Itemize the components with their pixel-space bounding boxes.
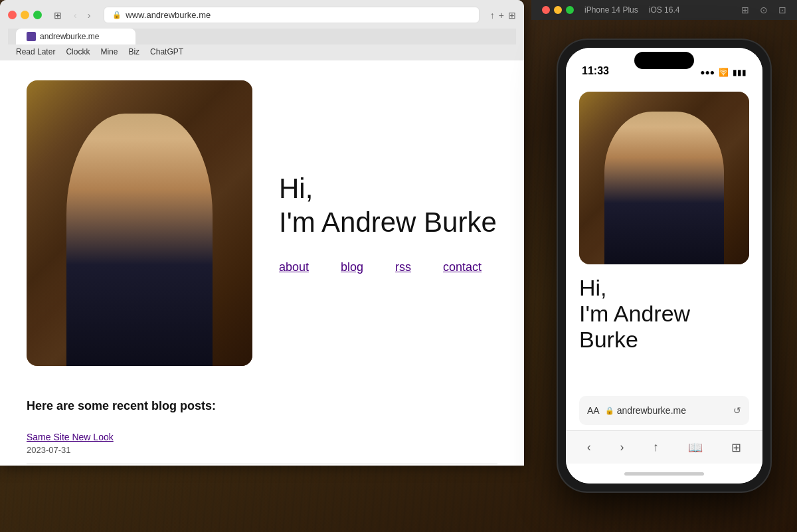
close-button[interactable]: [8, 11, 17, 19]
hero-photo: [27, 80, 252, 366]
hero-text: Hi, I'm Andrew Burke about blog rss cont…: [279, 172, 497, 274]
phone-header-actions: ⊞ ⊙ ⊡: [741, 5, 786, 15]
phone-url-text: andrewburke.me: [617, 405, 686, 416]
phone-ios-version: iOS 16.4: [649, 5, 680, 15]
hero-greeting: Hi, I'm Andrew Burke: [279, 172, 497, 239]
phone-screen: 11:33 ●●● 🛜 ▮▮▮ Hi, I'm Andrew Burke: [566, 48, 762, 484]
phone-close-button[interactable]: [542, 6, 550, 14]
greeting-line1: Hi,: [279, 173, 313, 204]
bookmarks-bar: Read Later Clockk Mine Biz ChatGPT: [8, 44, 516, 60]
home-indicator-bar: [624, 472, 704, 476]
nav-link-blog[interactable]: blog: [341, 260, 363, 274]
blog-post-title-1[interactable]: Same Site New Look: [27, 432, 497, 442]
phone-url-bar[interactable]: AA 🔒 andrewburke.me ↺: [579, 396, 749, 425]
phone-back-button[interactable]: ‹: [582, 435, 596, 460]
phone-bottom-nav: ‹ › ↑ 📖 ⊞: [566, 430, 762, 464]
phone-screenshot-btn[interactable]: ⊡: [778, 5, 786, 15]
browser-window: ⊞ ‹ › 🔒 www.andrewburke.me ↑ + ⊞ and: [0, 0, 524, 466]
phone-hero-photo: [579, 92, 749, 264]
phone-simulator-title: iPhone 14 Plus: [584, 5, 638, 15]
phone-status-icons: ●●● 🛜 ▮▮▮: [700, 68, 747, 77]
phone-forward-button[interactable]: ›: [614, 435, 629, 460]
hero-nav: about blog rss contact: [279, 260, 497, 274]
sidebar-toggle-button[interactable]: ⊞: [50, 9, 66, 22]
phone-share-button[interactable]: ↑: [648, 435, 664, 460]
share-button[interactable]: ↑: [490, 10, 495, 21]
phone-traffic-lights: [542, 6, 574, 14]
address-bar[interactable]: 🔒 www.andrewburke.me: [104, 7, 479, 23]
phone-url-domain: 🔒 andrewburke.me: [605, 405, 686, 416]
nav-link-contact[interactable]: contact: [443, 260, 482, 274]
lock-icon: 🔒: [112, 11, 122, 19]
wifi-icon: 🛜: [719, 68, 729, 77]
browser-chrome: ⊞ ‹ › 🔒 www.andrewburke.me ↑ + ⊞ and: [0, 0, 524, 60]
battery-icon: ▮▮▮: [733, 68, 747, 77]
blog-section-heading: Here are some recent blog posts:: [27, 399, 497, 413]
phone-aa-label: AA: [587, 405, 600, 416]
nav-link-about[interactable]: about: [279, 260, 309, 274]
browser-actions: ↑ + ⊞: [490, 10, 516, 21]
phone-url-text-group: AA 🔒 andrewburke.me: [587, 405, 728, 416]
greeting-line2: I'm Andrew Burke: [279, 207, 497, 238]
phone-home-btn[interactable]: ⊞: [741, 5, 749, 15]
phone-minimize-button[interactable]: [554, 6, 562, 14]
tab-title: andrewburke.me: [40, 32, 99, 41]
tabs-button[interactable]: ⊞: [508, 10, 516, 21]
minimize-button[interactable]: [21, 11, 29, 19]
bookmark-mine[interactable]: Mine: [100, 47, 118, 56]
new-tab-button[interactable]: +: [499, 10, 504, 21]
phone-greeting: Hi, I'm Andrew Burke: [579, 275, 749, 353]
blog-section: Here are some recent blog posts: Same Si…: [27, 393, 497, 466]
phone-bookmarks-button[interactable]: 📖: [683, 435, 708, 460]
phone-header-bar: iPhone 14 Plus iOS 16.4 ⊞ ⊙ ⊡: [531, 0, 797, 20]
bookmark-clockk[interactable]: Clockk: [66, 47, 90, 56]
signal-icon: ●●●: [700, 68, 715, 77]
site-hero: Hi, I'm Andrew Burke about blog rss cont…: [27, 80, 497, 366]
url-text: www.andrewburke.me: [126, 10, 211, 20]
browser-tab-active[interactable]: andrewburke.me: [16, 29, 135, 44]
tab-bar: andrewburke.me: [8, 29, 516, 44]
phone-maximize-button[interactable]: [566, 6, 574, 14]
bookmark-read-later[interactable]: Read Later: [16, 47, 55, 56]
blog-post-date-1: 2023-07-31: [27, 445, 71, 455]
bookmark-chatgpt[interactable]: ChatGPT: [150, 47, 183, 56]
blog-post-item-1: Same Site New Look 2023-07-31: [27, 424, 497, 464]
phone-record-btn[interactable]: ⊙: [760, 5, 768, 15]
maximize-button[interactable]: [33, 11, 42, 19]
phone-container: iPhone 14 Plus iOS 16.4 ⊞ ⊙ ⊡ 11:33 ●●● …: [531, 0, 797, 532]
bookmark-biz[interactable]: Biz: [128, 47, 139, 56]
nav-link-rss[interactable]: rss: [395, 260, 411, 274]
phone-content: Hi, I'm Andrew Burke: [566, 81, 762, 396]
tab-favicon-icon: [27, 32, 36, 41]
forward-button[interactable]: ›: [85, 9, 94, 22]
browser-titlebar: ⊞ ‹ › 🔒 www.andrewburke.me ↑ + ⊞: [8, 7, 516, 23]
address-bar-container: 🔒 www.andrewburke.me: [104, 7, 479, 23]
back-button[interactable]: ‹: [71, 9, 80, 22]
phone-lock-icon: 🔒: [605, 406, 614, 415]
phone-tabs-button[interactable]: ⊞: [726, 435, 747, 460]
phone-time: 11:33: [582, 65, 609, 77]
phone-home-indicator: [566, 464, 762, 484]
phone-greeting-line1: Hi,: [579, 275, 607, 300]
phone-greeting-line2: I'm Andrew Burke: [579, 301, 690, 352]
dynamic-island: [634, 52, 694, 69]
blog-post-item-2: Social Media's 2023 Shuffle. And Back to…: [27, 464, 497, 466]
phone-device: 11:33 ●●● 🛜 ▮▮▮ Hi, I'm Andrew Burke: [558, 40, 770, 491]
traffic-lights: [8, 11, 42, 19]
browser-content: Hi, I'm Andrew Burke about blog rss cont…: [0, 60, 524, 466]
phone-reload-button[interactable]: ↺: [733, 405, 741, 416]
